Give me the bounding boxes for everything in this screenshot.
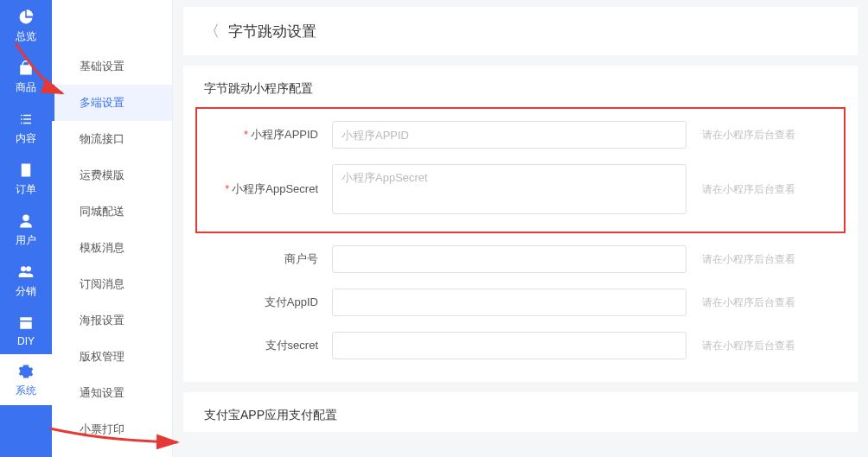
rail-item-content[interactable]: 内容 — [0, 102, 52, 153]
submenu-item-poster[interactable]: 海报设置 — [52, 302, 172, 339]
rail-item-distribution[interactable]: 分销 — [0, 255, 52, 306]
submenu-item-logistics[interactable]: 物流接口 — [52, 121, 172, 157]
gear-icon — [17, 363, 35, 380]
page-title: 字节跳动设置 — [228, 22, 316, 41]
label-payappid: 支付AppID — [204, 295, 325, 310]
rail-label: 商品 — [16, 80, 36, 95]
submenu-item-notify[interactable]: 通知设置 — [52, 375, 172, 411]
users-icon — [17, 263, 35, 281]
rail-label: 系统 — [16, 384, 36, 398]
row-mchid: 商户号 请在小程序后台查看 — [204, 245, 837, 273]
pie-icon — [17, 9, 35, 26]
hint-payappid: 请在小程序后台查看 — [702, 295, 795, 310]
rail-label: 分销 — [16, 284, 36, 299]
bag-icon — [17, 60, 35, 77]
list-icon — [17, 111, 35, 128]
required-marker: * — [244, 128, 248, 141]
section-title-alipay: 支付宝APP应用支付配置 — [204, 408, 837, 423]
rail-label: DIY — [17, 335, 35, 347]
hint-appid: 请在小程序后台查看 — [702, 128, 795, 143]
rail-label: 内容 — [16, 131, 36, 146]
label-paysecret: 支付secret — [204, 338, 325, 353]
hint-paysecret: 请在小程序后台查看 — [702, 339, 795, 353]
rail-item-goods[interactable]: 商品 — [0, 51, 52, 102]
input-paysecret[interactable] — [332, 332, 686, 359]
rail-label: 用户 — [16, 233, 36, 248]
rail-label: 总览 — [16, 29, 36, 44]
rail-item-system[interactable]: 系统 — [0, 354, 52, 405]
submenu-item-local[interactable]: 同城配送 — [52, 194, 172, 230]
label-appsecret: *小程序AppSecret — [204, 181, 325, 197]
rail-item-order[interactable]: 订单 — [0, 153, 52, 204]
label-mchid: 商户号 — [204, 251, 325, 267]
nav-rail: 总览 商品 内容 订单 用户 分销 DIY 系统 — [0, 0, 52, 457]
submenu-item-multiend[interactable]: 多端设置 — [52, 85, 172, 121]
row-appsecret: *小程序AppSecret 请在小程序后台查看 — [204, 164, 837, 214]
row-paysecret: 支付secret 请在小程序后台查看 — [204, 332, 837, 359]
label-appid: *小程序APPID — [204, 127, 325, 143]
submenu-item-template-msg[interactable]: 模板消息 — [52, 230, 172, 266]
rail-item-diy[interactable]: DIY — [0, 306, 52, 354]
box-icon — [17, 314, 35, 332]
section-bytedance: 字节跳动小程序配置 *小程序APPID 请在小程序后台查看 *小程序AppSec… — [183, 66, 858, 382]
highlight-box: *小程序APPID 请在小程序后台查看 *小程序AppSecret 请在小程序后… — [195, 107, 846, 233]
user-icon — [17, 213, 35, 230]
section-alipay: 支付宝APP应用支付配置 — [183, 392, 858, 432]
hint-mchid: 请在小程序后台查看 — [702, 252, 795, 267]
doc-icon — [17, 162, 35, 179]
section-title: 字节跳动小程序配置 — [204, 81, 837, 97]
input-appid[interactable] — [332, 121, 686, 149]
hint-appsecret: 请在小程序后台查看 — [702, 182, 795, 197]
textarea-appsecret[interactable] — [332, 164, 686, 214]
input-payappid[interactable] — [332, 289, 686, 316]
rail-item-overview[interactable]: 总览 — [0, 0, 52, 51]
submenu-item-freight[interactable]: 运费模版 — [52, 157, 172, 194]
main-area: 〈 字节跳动设置 字节跳动小程序配置 *小程序APPID 请在小程序后台查看 *… — [173, 0, 868, 457]
back-icon[interactable]: 〈 — [204, 21, 220, 41]
row-appid: *小程序APPID 请在小程序后台查看 — [204, 121, 837, 149]
submenu-item-basic[interactable]: 基础设置 — [52, 48, 172, 85]
rail-item-user[interactable]: 用户 — [0, 204, 52, 255]
page-header: 〈 字节跳动设置 — [183, 7, 858, 55]
required-marker: * — [225, 182, 229, 195]
submenu-item-receipt[interactable]: 小票打印 — [52, 411, 172, 447]
input-mchid[interactable] — [332, 245, 686, 273]
submenu-item-subscribe-msg[interactable]: 订阅消息 — [52, 266, 172, 302]
rail-label: 订单 — [16, 182, 36, 197]
row-payappid: 支付AppID 请在小程序后台查看 — [204, 289, 837, 316]
submenu: 基础设置 多端设置 物流接口 运费模版 同城配送 模板消息 订阅消息 海报设置 … — [52, 0, 173, 457]
submenu-item-copyright[interactable]: 版权管理 — [52, 339, 172, 375]
